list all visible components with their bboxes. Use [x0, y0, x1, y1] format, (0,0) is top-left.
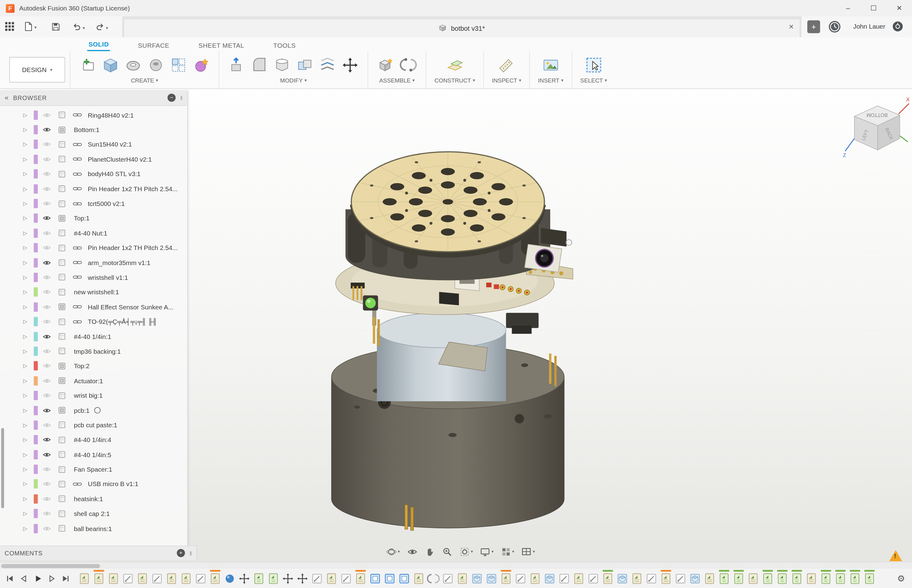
panel-grip-icon[interactable]: ‖	[180, 95, 183, 101]
close-tab-icon[interactable]: ✕	[789, 23, 794, 31]
timeline-feature-icon[interactable]	[383, 572, 396, 585]
expander-arrow-icon[interactable]: ▷	[23, 348, 34, 354]
expander-arrow-icon[interactable]: ▷	[23, 363, 34, 369]
create-sketch-button[interactable]	[79, 56, 97, 74]
visibility-eye-icon[interactable]	[42, 201, 58, 207]
collapse-all-icon[interactable]: −	[168, 94, 176, 102]
undo-button[interactable]: ▾	[72, 22, 85, 34]
minimize-button[interactable]: –	[835, 0, 861, 16]
timeline-feature-icon[interactable]	[354, 572, 367, 585]
timeline-feature-icon[interactable]	[834, 572, 847, 585]
joint-button[interactable]	[399, 56, 417, 74]
expander-arrow-icon[interactable]: ▷	[23, 496, 34, 502]
browser-item[interactable]: ▷tmp36 backing:1	[0, 344, 187, 359]
component-color-bar[interactable]	[34, 258, 38, 267]
component-color-bar[interactable]	[34, 110, 38, 120]
timeline-feature-icon[interactable]	[310, 572, 323, 585]
model-top-disc[interactable]	[351, 152, 545, 258]
expander-arrow-icon[interactable]: ▷	[23, 201, 34, 207]
visibility-eye-icon[interactable]	[42, 112, 58, 118]
file-menu-button[interactable]: ▾	[23, 21, 37, 34]
timeline-feature-icon[interactable]	[180, 572, 193, 585]
expander-arrow-icon[interactable]: ▷	[23, 481, 34, 487]
viewcube-face-bottom[interactable]: BOTTOM	[867, 112, 888, 118]
redo-button[interactable]: ▾	[95, 22, 108, 34]
timeline-feature-icon[interactable]	[849, 572, 862, 585]
component-color-bar[interactable]	[34, 406, 38, 415]
component-color-bar[interactable]	[34, 450, 38, 459]
expander-arrow-icon[interactable]: ▷	[23, 319, 34, 325]
skip-start-button[interactable]	[3, 572, 16, 585]
save-button[interactable]	[51, 22, 60, 34]
component-color-bar[interactable]	[34, 243, 38, 252]
timeline-feature-icon[interactable]	[412, 572, 425, 585]
expander-arrow-icon[interactable]: ▷	[23, 511, 34, 517]
visibility-eye-icon[interactable]	[42, 467, 58, 472]
visibility-eye-icon[interactable]	[42, 142, 58, 147]
timeline-feature-icon[interactable]	[78, 572, 91, 585]
timeline-feature-icon[interactable]	[558, 572, 571, 585]
timeline-feature-icon[interactable]	[514, 572, 527, 585]
component-color-bar[interactable]	[34, 317, 38, 326]
design-workspace-button[interactable]: DESIGN ▾	[9, 57, 65, 82]
comments-panel[interactable]: COMMENTS + ‖	[0, 546, 197, 560]
component-color-bar[interactable]	[34, 420, 38, 430]
insert-canvas-button[interactable]	[541, 56, 560, 74]
timeline-feature-icon[interactable]	[572, 572, 585, 585]
timeline-feature-icon[interactable]	[267, 572, 280, 585]
visibility-eye-icon[interactable]	[42, 275, 58, 281]
expander-arrow-icon[interactable]: ▷	[23, 437, 34, 443]
visibility-eye-icon[interactable]	[42, 260, 58, 266]
coil-button[interactable]	[147, 56, 165, 74]
browser-item[interactable]: ▷Hall Effect Sensor Sunkee A...	[0, 300, 187, 314]
timeline-feature-icon[interactable]	[616, 572, 629, 585]
timeline-feature-icon[interactable]	[674, 572, 687, 585]
document-tab[interactable]: botbot v31* ✕	[123, 18, 800, 37]
expander-arrow-icon[interactable]: ▷	[23, 407, 34, 413]
expander-arrow-icon[interactable]: ▷	[23, 289, 34, 295]
timeline-feature-icon[interactable]	[689, 572, 702, 585]
timeline-feature-icon[interactable]	[136, 572, 149, 585]
browser-item[interactable]: ▷pcb:1	[0, 403, 187, 418]
visibility-eye-icon[interactable]	[42, 333, 58, 339]
visibility-eye-icon[interactable]	[42, 157, 58, 162]
component-color-bar[interactable]	[34, 509, 38, 518]
expander-arrow-icon[interactable]: ▷	[23, 422, 34, 428]
browser-item[interactable]: ▷Pin Header 1x2 TH Pitch 2.54...	[0, 181, 187, 196]
expander-arrow-icon[interactable]: ▷	[23, 230, 34, 236]
timeline-feature-icon[interactable]	[529, 572, 542, 585]
visibility-eye-icon[interactable]	[42, 127, 58, 133]
visibility-eye-icon[interactable]	[42, 363, 58, 369]
timeline-feature-icon[interactable]	[398, 572, 411, 585]
add-comment-icon[interactable]: +	[177, 549, 185, 557]
component-color-bar[interactable]	[34, 347, 38, 356]
viewports-button[interactable]: ▾	[519, 544, 537, 559]
visibility-eye-icon[interactable]	[42, 171, 58, 177]
timeline-feature-icon[interactable]	[296, 572, 309, 585]
visibility-eye-icon[interactable]	[42, 186, 58, 192]
timeline-feature-icon[interactable]	[762, 572, 775, 585]
component-color-bar[interactable]	[34, 523, 38, 533]
gear-icon[interactable]: ⚙	[897, 573, 905, 584]
maximize-button[interactable]: ☐	[861, 0, 886, 16]
browser-item[interactable]: ▷#4-40 Nut:1	[0, 226, 187, 241]
rectangular-pattern-button[interactable]	[169, 56, 188, 74]
expander-arrow-icon[interactable]: ▷	[23, 186, 34, 192]
expander-arrow-icon[interactable]: ▷	[23, 245, 34, 251]
component-color-bar[interactable]	[34, 494, 38, 503]
component-color-bar[interactable]	[34, 302, 38, 312]
component-color-bar[interactable]	[34, 391, 38, 400]
timeline-feature-icon[interactable]	[340, 572, 353, 585]
timeline-feature-icon[interactable]	[150, 572, 163, 585]
visibility-eye-icon[interactable]	[42, 452, 58, 457]
display-settings-button[interactable]: ▾	[477, 544, 496, 559]
timeline-feature-icon[interactable]	[645, 572, 658, 585]
browser-item[interactable]: ▷ball bearins:1	[0, 521, 187, 536]
timeline-feature-icon[interactable]	[660, 572, 673, 585]
visibility-eye-icon[interactable]	[42, 319, 58, 325]
expander-arrow-icon[interactable]: ▷	[23, 260, 34, 266]
timeline-feature-icon[interactable]	[602, 572, 614, 585]
scrollbar-thumb[interactable]	[1, 564, 100, 568]
browser-item[interactable]: ▷wrist big:1	[0, 388, 187, 403]
expander-arrow-icon[interactable]: ▷	[23, 393, 34, 398]
